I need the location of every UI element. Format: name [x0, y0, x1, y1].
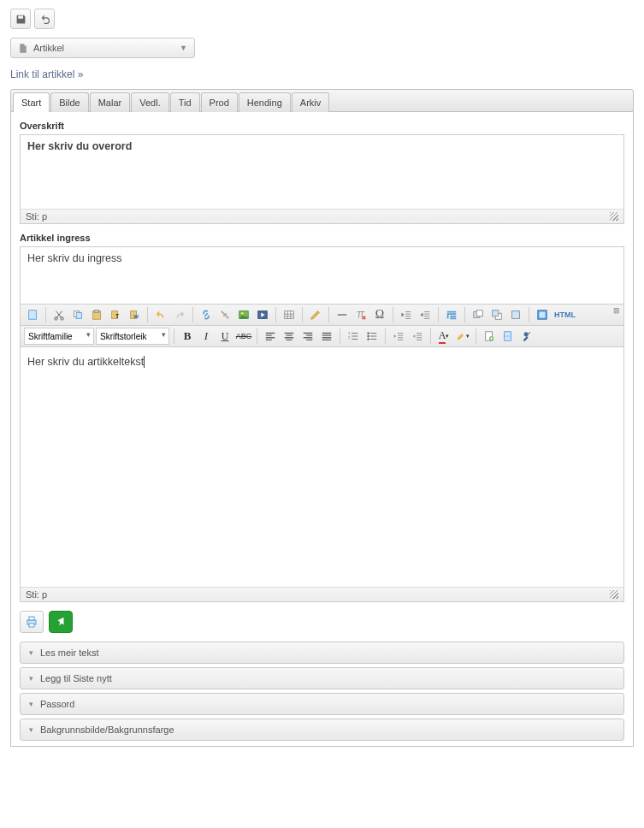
bold-button[interactable]: B [179, 328, 196, 345]
accordion-label: Legg til Siste nytt [40, 673, 112, 683]
fullscreen-icon[interactable] [534, 306, 551, 323]
indent2-icon[interactable] [409, 328, 426, 345]
overskrift-editor: Her skriv du overord Sti: p [20, 134, 624, 224]
rte-toolbar-row-1: T W Ω [20, 304, 624, 325]
body-path: Sti: p [26, 589, 47, 600]
new-doc-icon[interactable] [24, 306, 41, 323]
text-cursor [144, 356, 145, 368]
italic-button[interactable]: I [198, 328, 215, 345]
align-right-icon[interactable] [299, 328, 316, 345]
tab-hending[interactable]: Hending [239, 92, 291, 112]
paste-text-icon[interactable]: T [107, 306, 124, 323]
tab-prod[interactable]: Prod [201, 92, 238, 112]
svg-rect-6 [94, 310, 98, 313]
tab-start[interactable]: Start [13, 92, 50, 112]
undo-button[interactable] [34, 9, 55, 29]
hr-icon[interactable] [334, 306, 351, 323]
body-input[interactable]: Her skriv du artikkeltekst [21, 347, 623, 587]
overskrift-input[interactable]: Her skriv du overord [21, 135, 623, 209]
save-button[interactable] [10, 9, 31, 29]
svg-point-25 [367, 335, 369, 338]
content-type-label: Artikkel [33, 43, 64, 53]
remove-format-icon[interactable] [352, 306, 369, 323]
table-icon[interactable] [281, 306, 298, 323]
overskrift-status: Sti: p [21, 209, 623, 223]
font-family-select[interactable]: Skriftfamilie [24, 328, 94, 345]
font-size-select[interactable]: Skriftstorleik [96, 328, 169, 345]
align-center-icon[interactable] [281, 328, 298, 345]
action-row [20, 602, 624, 642]
svg-text:W: W [133, 313, 139, 319]
blockquote-icon[interactable] [443, 306, 460, 323]
tab-vedl[interactable]: Vedl. [131, 92, 168, 112]
svg-text:T: T [115, 313, 120, 319]
tools-icon[interactable] [518, 328, 535, 345]
body-editor: Her skriv du artikkeltekst Sti: p [20, 347, 624, 602]
insert-template-icon[interactable] [481, 328, 498, 345]
print-button[interactable] [20, 611, 44, 633]
layer-front-icon[interactable] [488, 306, 505, 323]
tab-malar[interactable]: Malar [90, 92, 131, 112]
accordion-les-meir[interactable]: ▾ Les meir tekst [20, 642, 624, 664]
html-button[interactable]: HTML [552, 306, 577, 323]
svg-point-12 [241, 312, 244, 315]
indent-icon[interactable] [417, 306, 434, 323]
edit-icon[interactable] [307, 306, 324, 323]
body-status: Sti: p [21, 587, 623, 601]
layer-back-icon[interactable] [470, 306, 487, 323]
undo-icon[interactable] [152, 306, 169, 323]
ordered-list-icon[interactable]: 12 [345, 328, 362, 345]
image-icon[interactable] [235, 306, 252, 323]
layer-abs-icon[interactable] [507, 306, 524, 323]
text-color-button[interactable]: A▾ [435, 328, 452, 345]
svg-rect-16 [476, 310, 482, 316]
resize-grip[interactable] [610, 212, 618, 221]
toolbar-close-icon[interactable]: ⊠ [613, 306, 620, 315]
tab-arkiv[interactable]: Arkiv [292, 92, 329, 112]
special-char-icon[interactable]: Ω [371, 306, 388, 323]
redo-icon[interactable] [171, 306, 188, 323]
svg-rect-19 [512, 311, 520, 319]
accordion-label: Bakgrunnsbilde/Bakgrunnsfarge [40, 724, 174, 735]
underline-button[interactable]: U [216, 328, 233, 345]
document-icon [18, 43, 28, 54]
accordion-siste-nytt[interactable]: ▾ Legg til Siste nytt [20, 667, 624, 689]
chevron-down-icon: ▾ [29, 674, 33, 683]
accordion-bakgrunn[interactable]: ▾ Bakgrunnsbilde/Bakgrunnsfarge [20, 719, 624, 741]
svg-rect-21 [540, 312, 546, 318]
align-justify-icon[interactable] [318, 328, 335, 345]
overskrift-path: Sti: p [26, 211, 47, 222]
svg-rect-32 [29, 624, 34, 627]
page-break-icon[interactable] [499, 328, 517, 345]
link-icon[interactable] [198, 306, 215, 323]
content-type-select[interactable]: Artikkel ▼ [10, 38, 195, 58]
paste-icon[interactable] [88, 306, 105, 323]
chevron-down-icon: ▼ [180, 44, 187, 52]
ingress-editor: Her skriv du ingress [20, 246, 624, 304]
accordion-passord[interactable]: ▾ Passord [20, 693, 624, 715]
unlink-icon[interactable] [216, 306, 233, 323]
paste-word-icon[interactable]: W [126, 306, 143, 323]
bg-color-button[interactable]: ▾ [454, 328, 471, 345]
cut-icon[interactable] [50, 306, 68, 323]
ingress-input[interactable]: Her skriv du ingress [21, 247, 623, 304]
share-button[interactable] [49, 611, 73, 633]
unordered-list-icon[interactable] [363, 328, 381, 345]
tab-body-start: Overskrift Her skriv du overord Sti: p A… [10, 112, 634, 747]
outdent2-icon[interactable] [390, 328, 407, 345]
tab-tid[interactable]: Tid [170, 92, 200, 112]
outdent-icon[interactable] [398, 306, 415, 323]
svg-rect-4 [76, 312, 81, 318]
article-link-row: Link til artikkel » [0, 68, 644, 89]
overskrift-label: Overskrift [20, 121, 624, 131]
media-icon[interactable] [254, 306, 271, 323]
chevron-down-icon: ▾ [29, 700, 33, 708]
tab-bilde[interactable]: Bilde [50, 92, 88, 112]
copy-icon[interactable] [69, 306, 86, 323]
resize-grip[interactable] [610, 590, 618, 599]
rte-toolbar-row-2: Skriftfamilie Skriftstorleik B I U ABC 1… [20, 325, 624, 347]
strike-button[interactable]: ABC [235, 328, 252, 345]
tab-strip: Start Bilde Malar Vedl. Tid Prod Hending… [10, 89, 634, 112]
article-link[interactable]: Link til artikkel » [10, 68, 83, 80]
align-left-icon[interactable] [262, 328, 279, 345]
